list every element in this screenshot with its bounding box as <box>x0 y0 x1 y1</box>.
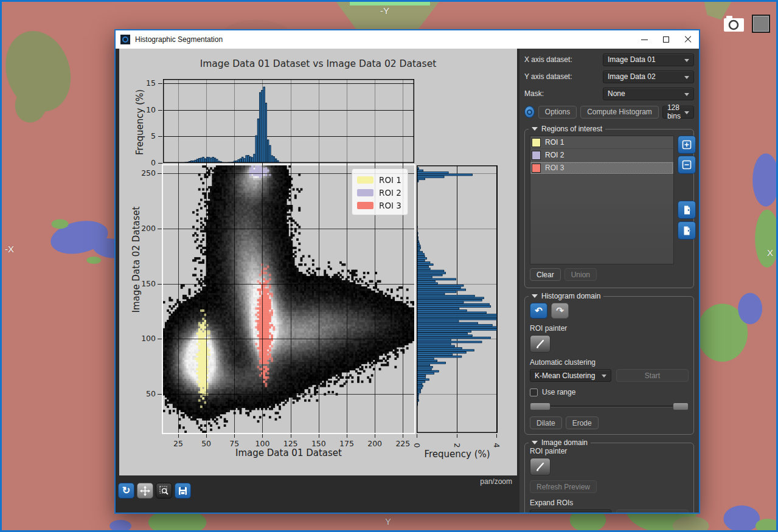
roi-painter-brush-button[interactable] <box>530 335 551 353</box>
tick-label: 25 <box>170 439 187 448</box>
range-slider[interactable] <box>530 402 689 410</box>
main-ylabel: Image Data 02 Dataset <box>131 205 142 314</box>
bins-dropdown[interactable]: 128 bins <box>662 106 694 119</box>
clustering-start-button[interactable]: Start <box>616 369 689 382</box>
pan-button[interactable] <box>137 483 153 499</box>
options-button[interactable]: Options <box>538 106 577 119</box>
image-domain-group: Image domain ROI painter Refresh Preview… <box>524 443 694 513</box>
regions-of-interest-header[interactable]: Regions of interest <box>529 125 605 133</box>
tick-label: 50 <box>137 389 156 398</box>
window-title: Histographic Segmentation <box>135 35 633 44</box>
roi-1-color-swatch <box>532 138 541 147</box>
tick-label: 100 <box>137 334 156 343</box>
tick-mark <box>319 163 319 165</box>
remove-roi-button[interactable] <box>678 156 696 174</box>
bg-axis-label-negative-y: -Y <box>380 5 389 16</box>
tick-label: 175 <box>338 439 355 448</box>
tick-label: 250 <box>137 168 156 178</box>
chevron-down-icon <box>684 59 689 62</box>
add-roi-button[interactable] <box>678 136 696 154</box>
tick-mark <box>291 434 291 438</box>
slider-groove <box>530 406 689 407</box>
tick-label: 200 <box>137 224 156 233</box>
right-xlabel: Frequency (%) <box>417 449 498 460</box>
titlebar[interactable]: Histographic Segmentation <box>116 30 699 49</box>
histogram-domain-header[interactable]: Histogram domain <box>529 292 603 300</box>
legend-color-patch <box>357 176 373 184</box>
chevron-down-icon <box>684 76 689 79</box>
dilate-button[interactable]: Dilate <box>530 416 562 429</box>
expand-start-button[interactable]: Start <box>616 510 689 513</box>
top-ylabel: Frequency (%) <box>134 80 145 165</box>
top-marginal-histogram[interactable] <box>163 79 414 163</box>
control-panel: X axis dataset: Image Data 01 Y axis dat… <box>519 49 699 513</box>
tick-mark <box>158 163 162 164</box>
tick-label: 10 <box>142 105 156 114</box>
use-range-checkbox[interactable] <box>530 389 538 396</box>
bg-axis-label-x: X <box>767 247 773 258</box>
erode-button[interactable]: Erode <box>566 416 599 429</box>
tick-mark <box>206 434 207 438</box>
import-rois-button[interactable] <box>678 201 696 219</box>
y-axis-dataset-dropdown[interactable]: Image Data 02 <box>603 71 694 83</box>
image-roi-painter-label: ROI painter <box>530 447 689 455</box>
roi-list-item-3[interactable]: ROI 3 <box>530 162 673 174</box>
roi-list-item-2[interactable]: ROI 2 <box>530 149 673 162</box>
roi-list-item-1[interactable]: ROI 1 <box>530 136 673 149</box>
tick-mark <box>375 434 375 438</box>
camera-icon[interactable] <box>723 14 746 33</box>
bg-axis-label-negative-x: -X <box>5 244 14 254</box>
undo-button[interactable]: ↶ <box>530 303 547 319</box>
clustering-method-dropdown[interactable]: K-Mean Clustering <box>530 369 611 382</box>
tick-mark <box>403 163 403 165</box>
tick-label: 125 <box>282 439 299 448</box>
right-marginal-histogram[interactable] <box>417 165 498 433</box>
collapse-arrow-icon <box>532 441 538 444</box>
maximize-button[interactable] <box>655 30 677 49</box>
tick-mark <box>496 434 497 438</box>
roi-list[interactable]: ROI 1 ROI 2 ROI 3 <box>530 136 674 264</box>
tick-mark <box>234 163 235 165</box>
tick-label: 0 <box>412 441 422 450</box>
legend-label: ROI 2 <box>379 188 401 198</box>
chevron-down-icon <box>602 375 606 378</box>
compute-histogram-button[interactable]: Compute Histogram <box>580 106 659 119</box>
y-axis-dataset-label: Y axis dataset: <box>524 72 603 81</box>
image-roi-painter-brush-button[interactable] <box>530 458 551 475</box>
expand-rois-label: Expand ROIs <box>530 499 689 507</box>
auto-update-toggle-button[interactable] <box>524 106 535 118</box>
close-button[interactable] <box>677 30 699 49</box>
tick-mark <box>403 434 403 438</box>
home-reset-button[interactable]: ↻ <box>118 483 134 499</box>
color-swatch-icon[interactable] <box>752 15 770 33</box>
tick-mark <box>158 110 162 111</box>
plot-panel: Image Data 01 Dataset vs Image Data 02 D… <box>116 49 519 513</box>
expand-method-dropdown[interactable]: Watershed <box>530 510 611 513</box>
tick-label: 4 <box>492 441 501 450</box>
mask-dropdown[interactable]: None <box>603 88 694 100</box>
zoom-rect-button[interactable] <box>156 483 172 499</box>
tick-mark <box>347 434 347 438</box>
tick-mark <box>158 173 162 174</box>
bg-axis-label-y: Y <box>385 516 391 527</box>
slider-handle-high[interactable] <box>673 402 689 410</box>
save-figure-button[interactable] <box>175 483 191 499</box>
legend-color-patch <box>357 189 373 196</box>
tick-label: 50 <box>198 439 215 448</box>
figure: Image Data 01 Dataset vs Image Data 02 D… <box>119 49 517 475</box>
tick-label: 15 <box>142 78 156 88</box>
image-domain-header[interactable]: Image domain <box>529 438 591 447</box>
tick-label: 200 <box>366 439 383 448</box>
tick-label: 2 <box>452 441 461 450</box>
x-axis-dataset-label: X axis dataset: <box>524 55 603 64</box>
union-rois-button[interactable]: Union <box>564 268 597 281</box>
x-axis-dataset-dropdown[interactable]: Image Data 01 <box>603 54 694 66</box>
refresh-preview-button[interactable]: Refresh Preview <box>530 480 597 493</box>
legend-label: ROI 1 <box>379 175 401 185</box>
export-rois-button[interactable] <box>678 221 696 240</box>
clear-rois-button[interactable]: Clear <box>530 268 561 281</box>
slider-handle-low[interactable] <box>530 402 551 410</box>
tick-mark <box>178 434 179 438</box>
redo-button[interactable]: ↷ <box>551 303 569 319</box>
minimize-button[interactable] <box>633 30 655 49</box>
